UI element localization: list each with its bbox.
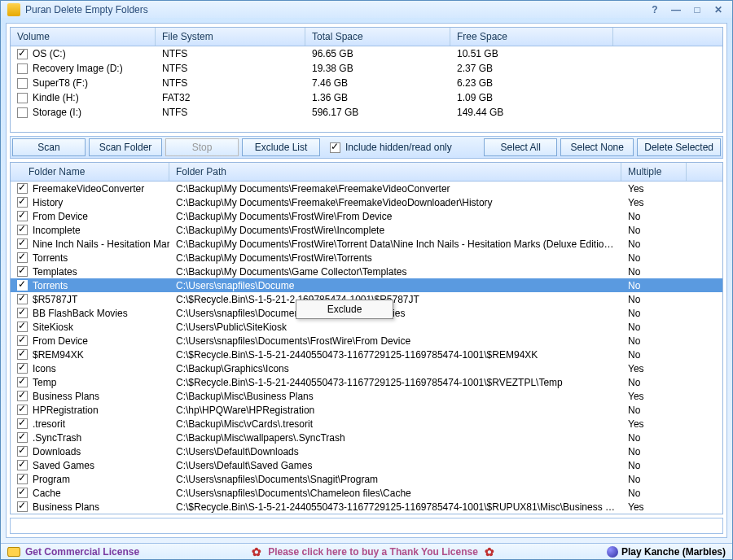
result-checkbox[interactable] [17,418,28,429]
result-folder-name: History [33,197,63,208]
result-multiple: Yes [621,391,687,402]
result-checkbox[interactable] [17,211,28,221]
result-folder-name: HPRegistration [33,405,99,416]
col-header-filesystem[interactable]: File System [156,28,305,46]
result-row[interactable]: CacheC:\Users\snapfiles\Documents\Chamel… [11,486,722,500]
result-checkbox[interactable] [17,377,28,387]
marble-icon [607,546,618,558]
result-row[interactable]: Saved GamesC:\Users\Default\Saved GamesN… [11,458,722,472]
titlebar: Puran Delete Empty Folders ? — □ ✕ [1,1,732,18]
result-checkbox[interactable] [17,446,28,457]
volume-checkbox[interactable] [17,78,28,89]
result-checkbox[interactable] [17,225,28,235]
volume-row[interactable]: OS (C:)NTFS96.65 GB10.51 GB [11,46,722,61]
col-header-volume[interactable]: Volume [11,28,156,46]
commercial-license-link[interactable]: Get Commercial License [7,546,139,558]
result-checkbox[interactable] [17,501,28,512]
result-row[interactable]: FreemakeVideoConverterC:\Backup\My Docum… [11,182,722,195]
result-folder-path: C:\Backup\Graphics\Icons [169,363,621,374]
volume-free: 10.51 GB [450,48,613,59]
result-checkbox[interactable] [17,266,28,277]
result-folder-name: Nine Inch Nails - Hesitation Marks... [33,238,169,250]
volume-row[interactable]: Kindle (H:)FAT321.36 GB1.09 GB [11,90,722,105]
col-header-free[interactable]: Free Space [450,28,613,46]
result-row[interactable]: $REM94XKC:\$Recycle.Bin\S-1-5-21-2440550… [11,348,722,361]
result-row[interactable]: Business PlansC:\$Recycle.Bin\S-1-5-21-2… [11,500,722,514]
volume-free: 1.09 GB [450,92,613,103]
result-checkbox[interactable] [17,308,28,318]
delete-selected-button[interactable]: Delete Selected [637,138,721,156]
result-row[interactable]: IconsC:\Backup\Graphics\IconsYes [11,361,722,375]
volume-row[interactable]: Recovery Image (D:)NTFS19.38 GB2.37 GB [11,61,722,76]
select-all-button[interactable]: Select All [484,138,557,156]
result-folder-name: Saved Games [33,460,94,471]
result-checkbox[interactable] [17,460,28,470]
result-checkbox[interactable] [17,238,28,249]
result-folder-path: C:\$Recycle.Bin\S-1-5-21-2440550473-1167… [169,501,621,513]
col-header-total[interactable]: Total Space [305,28,450,46]
result-checkbox[interactable] [17,197,28,208]
result-folder-path: C:\Backup\My Documents\FrostWire\From De… [169,211,621,222]
maximize-button[interactable]: □ [690,4,704,15]
scan-button[interactable]: Scan [12,138,86,156]
result-row[interactable]: From DeviceC:\Backup\My Documents\FrostW… [11,209,722,223]
volume-checkbox[interactable] [17,107,28,118]
result-checkbox[interactable] [17,363,28,374]
select-none-button[interactable]: Select None [560,138,634,156]
result-checkbox[interactable] [17,252,28,263]
close-button[interactable]: ✕ [711,4,726,15]
col-header-folder-path[interactable]: Folder Path [169,163,621,181]
exclude-list-button[interactable]: Exclude List [242,138,320,156]
result-checkbox[interactable] [17,474,28,484]
include-hidden-checkbox[interactable]: Include hidden/read only [330,142,452,153]
volume-checkbox[interactable] [17,63,28,74]
result-row[interactable]: TorrentsC:\Users\snapfiles\DocumeNo [11,278,722,292]
result-folder-name: Incomplete [33,225,81,236]
result-checkbox[interactable] [17,349,28,360]
result-folder-name: SiteKiosk [33,322,73,333]
result-checkbox[interactable] [17,294,28,304]
result-checkbox[interactable] [17,280,28,291]
result-row[interactable]: HistoryC:\Backup\My Documents\Freemake\F… [11,195,722,209]
result-checkbox[interactable] [17,405,28,415]
results-body: FreemakeVideoConverterC:\Backup\My Docum… [11,182,722,514]
results-header: Folder Name Folder Path Multiple [11,163,722,182]
result-row[interactable]: TemplatesC:\Backup\My Documents\Game Col… [11,265,722,278]
result-checkbox[interactable] [17,432,28,443]
volume-total: 7.46 GB [305,77,450,89]
result-checkbox[interactable] [17,391,28,401]
volume-row[interactable]: SuperT8 (F:)NTFS7.46 GB6.23 GB [11,76,722,90]
result-row[interactable]: ProgramC:\Users\snapfiles\Documents\Snag… [11,472,722,486]
volume-row[interactable]: Storage (I:)NTFS596.17 GB149.44 GB [11,105,722,120]
scan-folder-button[interactable]: Scan Folder [89,138,162,156]
result-multiple: No [621,238,687,250]
thank-you-license-link[interactable]: ✿ Please click here to buy a Thank You L… [139,545,607,558]
volume-checkbox[interactable] [17,49,28,59]
help-button[interactable]: ? [647,4,662,15]
result-row[interactable]: DownloadsC:\Users\Default\DownloadsNo [11,444,722,458]
result-row[interactable]: HPRegistrationC:\hp\HPQWare\HPRegistrati… [11,403,722,417]
result-checkbox[interactable] [17,322,28,332]
drum-icon [7,547,20,557]
volume-name: Recovery Image (D:) [33,63,123,74]
result-row[interactable]: TempC:\$Recycle.Bin\S-1-5-21-2440550473-… [11,375,722,389]
result-row[interactable]: .tresoritC:\Backup\Misc\vCards\.tresorit… [11,417,722,431]
result-row[interactable]: IncompleteC:\Backup\My Documents\FrostWi… [11,223,722,237]
result-row[interactable]: Business PlansC:\Backup\Misc\Business Pl… [11,389,722,403]
result-checkbox[interactable] [17,183,28,194]
play-kanche-link[interactable]: Play Kanche (Marbles) [607,546,726,558]
result-multiple: No [621,252,687,264]
volume-total: 96.65 GB [305,48,450,59]
result-row[interactable]: SiteKioskC:\Users\Public\SiteKioskNo [11,320,722,334]
result-row[interactable]: Nine Inch Nails - Hesitation Marks...C:\… [11,237,722,251]
result-row[interactable]: From DeviceC:\Users\snapfiles\Documents\… [11,334,722,348]
context-exclude-item[interactable]: Exclude [296,300,393,318]
col-header-folder-name[interactable]: Folder Name [11,163,169,181]
minimize-button[interactable]: — [669,4,683,15]
col-header-multiple[interactable]: Multiple [621,163,687,181]
volume-checkbox[interactable] [17,93,28,103]
result-checkbox[interactable] [17,335,28,346]
result-row[interactable]: TorrentsC:\Backup\My Documents\FrostWire… [11,251,722,265]
result-row[interactable]: .SyncTrashC:\Backup\Misc\wallpapers\.Syn… [11,431,722,444]
result-checkbox[interactable] [17,488,28,498]
